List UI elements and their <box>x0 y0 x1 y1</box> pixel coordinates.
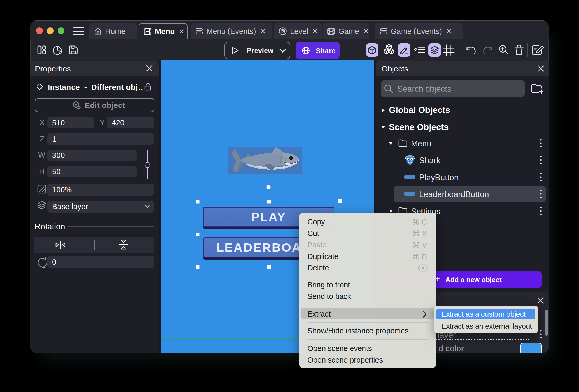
svg-text:2D: 2D <box>77 106 81 109</box>
